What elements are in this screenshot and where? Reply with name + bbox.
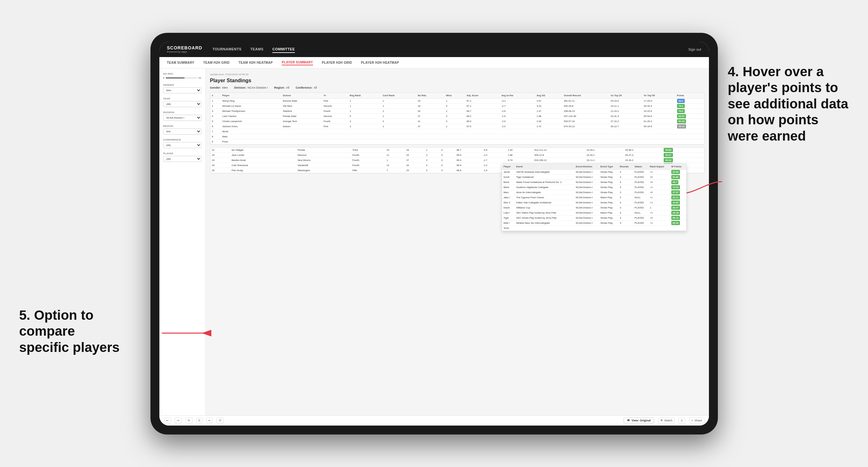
- cell-points[interactable]: 88.2: [676, 98, 704, 103]
- cell-points[interactable]: [676, 139, 704, 144]
- popup-cell-points[interactable]: 53.60: [670, 175, 686, 180]
- subnav-player-h2h-heatmap[interactable]: PLAYER H2H HEATMAP: [361, 60, 399, 65]
- copy-btn[interactable]: ⎘: [196, 417, 203, 423]
- cell-points[interactable]: [676, 129, 704, 134]
- redo-btn[interactable]: ↪: [175, 417, 182, 423]
- popup-cell-points[interactable]: 56.18: [670, 215, 686, 220]
- popup-cell-type: Match Play: [599, 195, 618, 200]
- cell-conf: 1: [381, 108, 416, 114]
- cell-points[interactable]: 60.27: [662, 152, 704, 157]
- division-select[interactable]: NCAA Division I: [163, 115, 202, 121]
- sign-out[interactable]: Sign out: [688, 48, 701, 51]
- cell-rank: 1: [210, 98, 221, 103]
- popup-row: David Williams Cup NCAA Division I Strok…: [502, 205, 686, 210]
- cell-record: 440-26-8: [562, 103, 609, 108]
- gender-select[interactable]: Men Women: [163, 87, 202, 93]
- table-row[interactable]: 3 Michael Thorbjornsen Stanford Fourth 1…: [210, 108, 704, 114]
- cell-rds: 27: [416, 114, 444, 119]
- cell-top50: 50-16-8: [642, 124, 676, 129]
- subnav-player-summary[interactable]: PLAYER SUMMARY: [282, 60, 313, 65]
- clock-btn[interactable]: ⏱: [216, 417, 224, 423]
- popup-cell-points[interactable]: 73.33: [670, 185, 686, 190]
- range-slider[interactable]: [166, 77, 197, 79]
- th-top25: Vs Top 25: [609, 93, 642, 98]
- cell-top25: 27-10-2: [609, 119, 642, 124]
- subnav-team-h2h-heatmap[interactable]: TEAM H2H HEATMAP: [239, 60, 273, 65]
- cell-player: Christo Lamprecht: [221, 119, 281, 124]
- share-btn[interactable]: < Share: [689, 417, 704, 423]
- table-row[interactable]: 7 Niche: [210, 129, 704, 134]
- table-row[interactable]: 4 Luke Clanton Florida State Second 5 1 …: [210, 114, 704, 119]
- nav-teams[interactable]: TEAMS: [250, 46, 263, 53]
- popup-cell-points[interactable]: 66.40: [670, 220, 686, 225]
- table-row[interactable]: 22 Ian Gilligan Florida Third 10 24 1 0 …: [210, 148, 704, 153]
- cell-top25: 14-20-1: [585, 152, 623, 157]
- player-select[interactable]: (All): [163, 156, 202, 162]
- year-select[interactable]: (All): [163, 101, 202, 107]
- cell-par: -1.7: [482, 157, 506, 162]
- popup-cell-points[interactable]: 46.7: [670, 180, 686, 185]
- popup-cell-points[interactable]: 24.11: [670, 195, 686, 200]
- cell-wins: 2: [444, 119, 465, 124]
- subnav-team-h2h-grid[interactable]: TEAM H2H GRID: [204, 60, 230, 65]
- table-row[interactable]: 23 Jack Lundin Missouri Fourth 11 24 0 0…: [210, 152, 704, 157]
- popup-cell-points[interactable]: 30.47: [670, 205, 686, 210]
- cell-points[interactable]: 60.68: [662, 148, 704, 153]
- table-row[interactable]: 1 Wenyi Ding Arizona State First 1 1 15 …: [210, 98, 704, 103]
- popup-cell-division: NCAA Division I: [574, 200, 599, 205]
- popup-row: Techi: [502, 225, 686, 230]
- subnav-team-summary[interactable]: TEAM SUMMARY: [167, 60, 194, 65]
- cell-adj: 69.4: [455, 157, 481, 162]
- popup-cell-points[interactable]: 16.50: [670, 200, 686, 205]
- cell-points[interactable]: 70.2: [676, 108, 704, 114]
- popup-cell-type: Stroke Play: [599, 169, 618, 175]
- cell-top50: 19-16-2: [623, 157, 662, 162]
- table-row[interactable]: 5 Christo Lamprecht Georgia Tech Fourth …: [210, 119, 704, 124]
- region-select[interactable]: N/A: [163, 128, 202, 134]
- cell-wins: [444, 139, 465, 144]
- cell-rds: [416, 134, 444, 139]
- cell-rds: [416, 129, 444, 134]
- cell-school: Vanderbilt: [296, 162, 351, 168]
- conference-select[interactable]: (All): [163, 142, 202, 148]
- popup-row: Mitch Southern Highlands Collegiate NCAA…: [502, 185, 686, 190]
- popup-cell-status: PLAYED: [633, 205, 648, 210]
- reset-btn[interactable]: ↻: [186, 417, 192, 423]
- th-conf-rank: Conf Rank: [381, 93, 416, 98]
- nav-committee[interactable]: COMMITTEE: [272, 46, 295, 53]
- view-original-btn[interactable]: 👁 View: Original: [623, 417, 654, 423]
- cell-adj: 68.7: [455, 148, 481, 153]
- cell-points[interactable]: 60.49: [676, 119, 704, 124]
- cell-points[interactable]: 76.3: [676, 103, 704, 108]
- popup-cell-event: Amer An Intercollegiate: [515, 190, 574, 195]
- popup-cell-points[interactable]: 37.57: [670, 190, 686, 195]
- watch-btn[interactable]: 👁 Watch: [658, 417, 675, 423]
- table-row[interactable]: 6 Jackson Koivu Auburn First 2 1 27 1 67…: [210, 124, 704, 129]
- popup-row: Tiger SEC Stroke Play hosted by Jerry Pa…: [502, 215, 686, 220]
- th-yr: Yr: [322, 93, 348, 98]
- link-btn[interactable]: ∞: [206, 417, 213, 423]
- table-row[interactable]: 9 Prest: [210, 139, 704, 144]
- cell-top50: 35-16-4: [642, 103, 676, 108]
- subnav-player-h2h-grid[interactable]: PLAYER H2H GRID: [322, 60, 352, 65]
- popup-cell-points[interactable]: [670, 225, 686, 230]
- watch-icon: 👁: [660, 419, 663, 422]
- cell-adj: 68.7: [465, 108, 500, 114]
- cell-points[interactable]: 60.02: [662, 157, 704, 162]
- cell-adj: [465, 134, 500, 139]
- cell-points[interactable]: [676, 134, 704, 139]
- undo-btn[interactable]: ↩: [164, 417, 171, 423]
- popup-cell-points[interactable]: 29.38: [670, 210, 686, 215]
- table-row[interactable]: 24 Bastien Amat New Mexico Fourth 1 27 2…: [210, 157, 704, 162]
- popup-row: Gordi Tiger Invitational NCAA Division I…: [502, 175, 686, 180]
- table-row[interactable]: 8 Mats: [210, 134, 704, 139]
- nav-tournaments[interactable]: TOURNAMENTS: [213, 46, 242, 53]
- th-school: School: [281, 93, 322, 98]
- cell-points[interactable]: 58.18: [676, 124, 704, 129]
- table-row[interactable]: 2 Michael La Sasso Ole Miss Second 1 1 1…: [210, 103, 704, 108]
- popup-cell-impact: +1: [648, 169, 670, 175]
- download-btn[interactable]: ⇓: [678, 417, 685, 423]
- popup-cell-points[interactable]: 20.64: [670, 169, 686, 175]
- popup-cell-type: Match Play: [599, 210, 618, 215]
- cell-points[interactable]: 68.54: [676, 114, 704, 119]
